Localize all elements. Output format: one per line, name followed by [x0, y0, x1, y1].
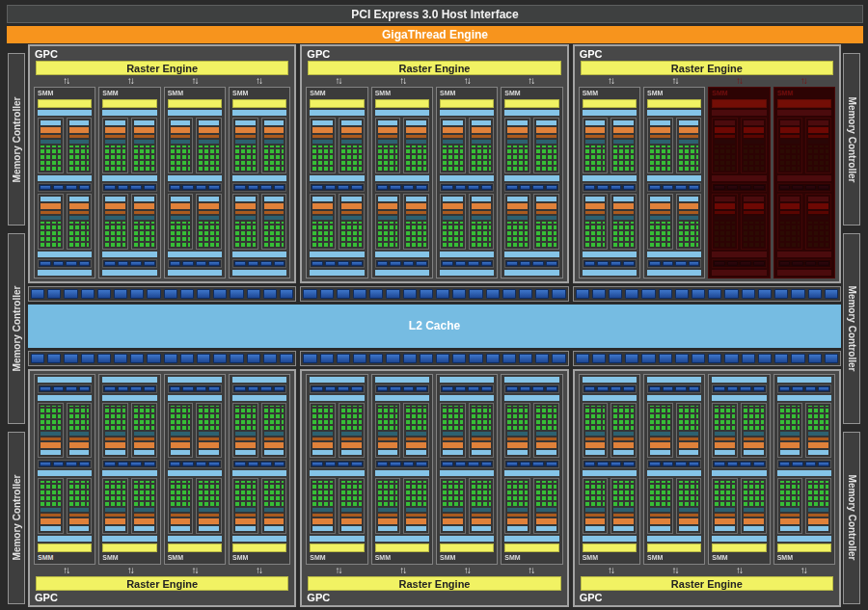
- load-store-unit-bar: [310, 259, 364, 268]
- register-file-bar: [134, 508, 154, 512]
- processing-subcolumn: [469, 118, 495, 173]
- crossbar-segment: [774, 289, 788, 299]
- gpc: GPCRaster Engine↑↓↑↓↑↓↑↓SMMSMMSMMSMM: [300, 44, 568, 283]
- processing-block: [168, 478, 222, 534]
- smm-row: SMMSMMSMMSMM: [34, 374, 290, 566]
- cuda-core-grid: [341, 406, 362, 431]
- ls-segment: [248, 261, 259, 266]
- load-store-unit-bar: [232, 183, 286, 192]
- processing-subcolumn: [440, 478, 466, 534]
- crossbar-segment: [147, 354, 160, 363]
- processing-subcolumn: [533, 478, 559, 534]
- register-file-bar: [443, 508, 463, 512]
- crossbar-segment: [502, 289, 516, 299]
- ls-segment: [118, 185, 129, 190]
- cuda-core-grid: [507, 481, 528, 506]
- processing-subcolumn: [610, 403, 637, 459]
- ls-segment: [403, 386, 415, 391]
- smm: SMM: [501, 374, 562, 566]
- crossbar-segment: [280, 354, 293, 363]
- warp-scheduler-bar: [650, 518, 670, 524]
- ls-segment: [727, 462, 739, 466]
- polymorph-engine-bar: [440, 544, 494, 552]
- ls-segment: [118, 261, 129, 266]
- texture-cache-bar: [583, 175, 637, 181]
- load-store-unit-bar: [310, 460, 364, 468]
- processing-block: [647, 403, 701, 459]
- ls-segment: [663, 386, 674, 391]
- raster-engine-bar: Raster Engine: [36, 61, 288, 75]
- updown-arrows-icon: ↑↓: [707, 565, 772, 576]
- processing-block: [102, 194, 156, 250]
- instruction-buffer-bar: [715, 450, 735, 455]
- instruction-buffer-bar: [378, 120, 398, 125]
- warp-scheduler-bar: [105, 203, 125, 209]
- smm: SMM: [34, 374, 95, 566]
- l2-cache: L2 Cache: [28, 305, 841, 348]
- processing-subcolumn: [504, 478, 530, 534]
- crossbar-segment: [452, 354, 466, 363]
- crossbar-segment: [230, 289, 243, 299]
- cuda-core-grid: [613, 406, 634, 431]
- register-file-bar: [134, 216, 154, 220]
- warp-scheduler-bar: [312, 203, 333, 209]
- instruction-buffer-bar: [472, 450, 492, 455]
- dispatch-unit-bar: [679, 211, 699, 214]
- crossbar-segment: [97, 354, 111, 363]
- register-file-bar: [679, 508, 699, 512]
- processing-block: [712, 403, 766, 459]
- ls-segment: [312, 185, 323, 190]
- instruction-buffer-bar: [41, 197, 61, 201]
- dispatch-unit-bar: [443, 135, 463, 138]
- crossbar-segment: [436, 354, 449, 363]
- warp-scheduler-bar: [105, 442, 125, 448]
- instruction-cache-bar: [583, 110, 637, 116]
- warp-scheduler-bar: [507, 127, 528, 133]
- cuda-core-grid: [472, 146, 492, 171]
- ls-segment: [442, 261, 453, 266]
- processing-block: [375, 403, 429, 459]
- dispatch-unit-bar: [406, 514, 426, 517]
- processing-block: [375, 118, 429, 173]
- warp-scheduler-bar: [443, 203, 463, 209]
- ls-segment: [805, 462, 817, 466]
- warp-scheduler-bar: [715, 442, 735, 448]
- processing-subcolumn: [102, 194, 128, 250]
- crossbar-segment: [625, 289, 638, 299]
- smm: SMM: [436, 87, 498, 278]
- memory-controller-label: Memory Controller: [847, 475, 857, 561]
- instruction-buffer-bar: [585, 120, 606, 125]
- ls-segment: [597, 386, 609, 391]
- register-file-bar: [312, 508, 333, 512]
- cuda-core-grid: [406, 146, 426, 171]
- processing-block: [232, 118, 286, 173]
- warp-scheduler-bar: [235, 518, 256, 524]
- texture-cache-bar: [647, 270, 701, 276]
- dispatch-unit-bar: [69, 438, 90, 440]
- processing-subcolumn: [261, 403, 287, 459]
- smm-label: SMM: [647, 554, 701, 562]
- raster-smm-arrows-row: ↑↓↑↓↑↓↑↓: [34, 565, 290, 576]
- instruction-buffer-bar: [235, 120, 256, 125]
- register-file-bar: [507, 216, 528, 220]
- ls-segment: [130, 386, 142, 391]
- ls-segment: [170, 185, 181, 190]
- crossbar-segment: [774, 354, 788, 363]
- warp-scheduler-bar: [613, 203, 634, 209]
- instruction-buffer-bar: [378, 450, 398, 455]
- cuda-core-grid: [507, 406, 528, 431]
- instruction-buffer-bar: [105, 197, 125, 201]
- polymorph-engine-bar: [168, 544, 222, 552]
- register-file-bar: [406, 432, 426, 436]
- crossbar-segment: [164, 289, 177, 299]
- texture-cache-bar: [232, 470, 286, 476]
- texture-cache-bar: [375, 270, 429, 276]
- dispatch-unit-bar: [171, 135, 191, 138]
- register-file-bar: [341, 140, 362, 144]
- register-file-bar: [406, 140, 426, 144]
- smm-label: SMM: [375, 554, 429, 562]
- dispatch-unit-bar: [264, 438, 285, 440]
- register-file-bar: [41, 140, 61, 144]
- cuda-core-grid: [472, 406, 492, 431]
- cuda-core-grid: [613, 146, 634, 171]
